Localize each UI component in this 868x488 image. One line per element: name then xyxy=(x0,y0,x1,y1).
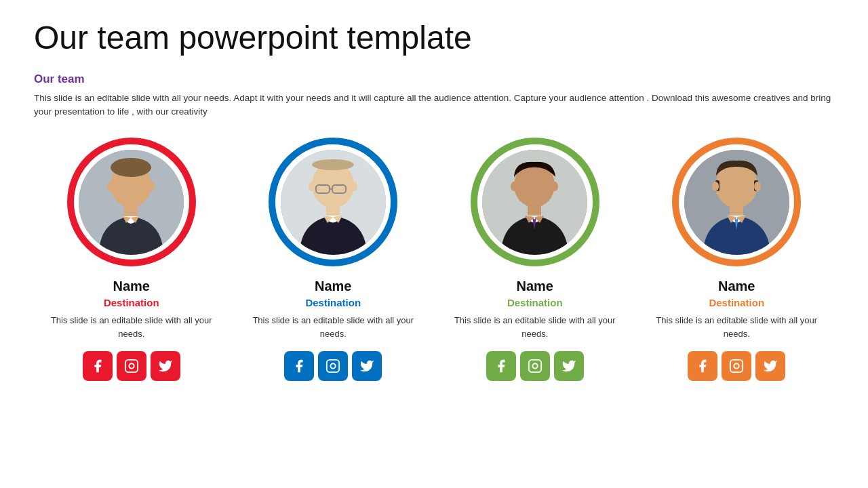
svg-point-31 xyxy=(712,182,719,191)
member-1-facebook[interactable] xyxy=(83,351,113,381)
member-3-name: Name xyxy=(517,279,553,294)
member-4-name: Name xyxy=(718,279,755,294)
svg-point-15 xyxy=(309,182,315,191)
svg-rect-17 xyxy=(327,360,339,372)
avatar-ring-4 xyxy=(672,138,801,266)
member-3-desc: This slide is an editable slide with all… xyxy=(447,314,623,340)
member-1-instagram[interactable] xyxy=(117,351,146,381)
member-4-destination: Destination xyxy=(709,297,764,308)
svg-point-16 xyxy=(351,182,357,191)
member-1-destination: Destination xyxy=(104,297,159,308)
member-4-facebook[interactable] xyxy=(688,351,717,381)
svg-rect-6 xyxy=(125,360,138,372)
member-4-instagram[interactable] xyxy=(722,351,751,381)
member-2-social xyxy=(284,351,382,381)
member-3-destination: Destination xyxy=(507,297,563,308)
avatar-3 xyxy=(482,150,587,255)
avatar-ring-3 xyxy=(471,138,599,266)
svg-point-14 xyxy=(312,159,354,170)
team-member-4: Name Destination This slide is an editab… xyxy=(648,138,825,381)
svg-rect-10 xyxy=(326,205,340,216)
avatar-ring-2 xyxy=(269,138,397,266)
svg-point-5 xyxy=(148,182,155,191)
team-member-3: Name Destination This slide is an editab… xyxy=(447,138,623,381)
member-2-desc: This slide is an editable slide with all… xyxy=(245,314,421,340)
member-2-twitter[interactable] xyxy=(352,351,382,381)
avatar-4 xyxy=(684,150,789,255)
team-grid: Name Destination This slide is an editab… xyxy=(34,138,834,381)
member-4-social xyxy=(688,351,785,381)
svg-rect-28 xyxy=(730,205,743,216)
svg-point-32 xyxy=(754,182,761,191)
member-3-facebook[interactable] xyxy=(486,351,516,381)
svg-point-23 xyxy=(551,182,558,191)
member-3-twitter[interactable] xyxy=(554,351,584,381)
avatar-ring-1 xyxy=(67,138,196,266)
svg-point-22 xyxy=(511,182,517,191)
member-4-desc: This slide is an editable slide with all… xyxy=(648,314,825,340)
member-2-instagram[interactable] xyxy=(318,351,348,381)
member-1-desc: This slide is an editable slide with all… xyxy=(43,314,220,340)
avatar-1 xyxy=(79,150,184,255)
member-1-social xyxy=(83,351,180,381)
team-member-1: Name Destination This slide is an editab… xyxy=(43,138,220,381)
svg-rect-33 xyxy=(730,360,743,372)
avatar-2 xyxy=(281,150,386,255)
svg-rect-24 xyxy=(529,360,541,372)
svg-rect-2 xyxy=(124,205,138,216)
member-1-twitter[interactable] xyxy=(151,351,180,381)
member-2-destination: Destination xyxy=(305,297,361,308)
member-2-facebook[interactable] xyxy=(284,351,314,381)
svg-point-4 xyxy=(107,182,114,191)
member-3-instagram[interactable] xyxy=(520,351,550,381)
section-description: This slide is an editable slide with all… xyxy=(34,92,834,119)
svg-point-3 xyxy=(111,158,151,177)
svg-rect-21 xyxy=(528,205,541,216)
section-header: Our team xyxy=(34,73,834,86)
team-member-2: Name Destination This slide is an editab… xyxy=(245,138,421,381)
member-1-name: Name xyxy=(113,279,150,294)
member-2-name: Name xyxy=(315,279,351,294)
page-title: Our team powerpoint template xyxy=(34,20,834,56)
member-4-twitter[interactable] xyxy=(755,351,785,381)
member-3-social xyxy=(486,351,584,381)
